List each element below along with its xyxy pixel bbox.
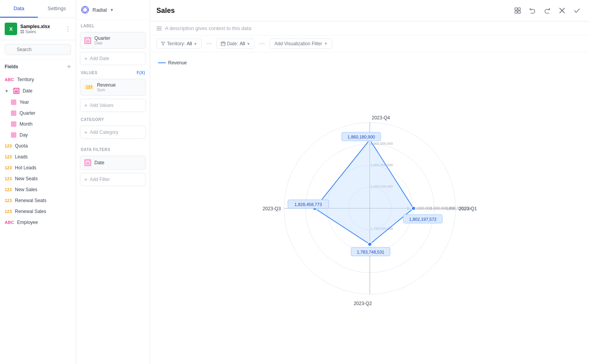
grid-view-button[interactable] [512, 5, 523, 16]
fx-badge[interactable]: F(x) [137, 71, 145, 75]
svg-rect-21 [12, 133, 16, 137]
plus-icon: + [325, 41, 327, 46]
add-category-button[interactable]: + Add Category [80, 126, 146, 139]
label-field-card[interactable]: Quarter Date [80, 32, 146, 49]
chart-title-input[interactable] [156, 7, 509, 15]
field-item-date[interactable]: ▼ Date [0, 85, 76, 97]
territory-filter-dots[interactable]: ⋯ [205, 41, 213, 47]
sub-date-icon [11, 132, 16, 138]
date-filter-dots[interactable]: ⋯ [258, 41, 266, 47]
file-sheet: Sales [20, 29, 62, 34]
confirm-button[interactable] [571, 5, 583, 16]
search-input[interactable] [5, 44, 71, 55]
filter-icon [161, 41, 165, 46]
svg-rect-36 [515, 8, 517, 10]
territory-filter-value: All [187, 41, 192, 46]
description-placeholder[interactable]: A description gives context to this data [165, 25, 251, 31]
radar-chart: 1,750,000,000 1,800,000,000 1,850,000,00… [253, 91, 487, 325]
label-field-icon [84, 37, 91, 44]
close-icon [559, 7, 565, 14]
svg-rect-2 [23, 30, 24, 31]
field-label: Employee [17, 220, 38, 225]
filters-section-header: DATA FILTERS [76, 144, 150, 154]
svg-rect-13 [12, 112, 16, 115]
date-filter-label: Date: [227, 41, 238, 46]
svg-rect-17 [12, 123, 16, 126]
redo-button[interactable] [541, 5, 553, 16]
label-field-name: Quarter [94, 36, 142, 41]
svg-rect-3 [21, 32, 22, 33]
field-item-month[interactable]: Month [0, 119, 76, 130]
chart-type-chevron: ▼ [110, 8, 114, 12]
territory-filter-chip[interactable]: Territory: All ▼ [156, 39, 202, 49]
svg-rect-1 [21, 30, 22, 31]
q2-data-point [368, 242, 372, 246]
q4-axis-label: 2023-Q4 [372, 115, 390, 121]
field-item-new-sales[interactable]: 123 New Sales [0, 184, 76, 195]
radial-chart-icon [81, 5, 89, 14]
file-menu-button[interactable]: ⋮ [65, 25, 71, 33]
sub-date-icon [11, 110, 16, 116]
plus-icon: + [84, 129, 87, 135]
svg-rect-32 [86, 161, 90, 165]
svg-rect-28 [86, 39, 90, 43]
q2-axis-label: 2023-Q2 [353, 301, 372, 306]
middle-panel: Radial ▼ LABEL Quarter Date + Add Date V… [76, 0, 150, 364]
file-icon: X [5, 23, 17, 35]
search-bar: 🔍 [0, 40, 76, 59]
field-item-employee[interactable]: ABC Employee [0, 217, 76, 228]
territory-filter-label: Territory: [167, 41, 185, 46]
q1-value-label: 1,802,197,572 [409, 217, 436, 222]
svg-rect-37 [518, 8, 520, 10]
chart-type-selector[interactable]: Radial ▼ [76, 0, 150, 20]
tab-settings[interactable]: Settings [38, 0, 76, 18]
category-section-header: CATEGORY [76, 114, 150, 124]
field-item-new-seats[interactable]: 123 New Seats [0, 173, 76, 184]
close-button[interactable] [556, 5, 568, 16]
sub-date-icon [11, 99, 16, 105]
expand-icon: ▼ [5, 89, 9, 93]
q3-axis-label: 2023-Q3 [263, 206, 281, 211]
add-visualization-filter-button[interactable]: Add Visualization Filter + [270, 39, 332, 49]
field-item-year[interactable]: Year [0, 97, 76, 108]
field-label: New Seats [15, 176, 37, 181]
grid-icon [514, 7, 521, 14]
svg-rect-9 [12, 101, 16, 104]
filter-field-name: Date [94, 160, 142, 165]
field-label: Day [20, 132, 28, 138]
field-label: Quarter [20, 110, 35, 116]
undo-button[interactable] [527, 5, 538, 16]
field-item-hot-leads[interactable]: 123 Hot Leads [0, 162, 76, 173]
add-filter-button[interactable]: + Add Filter [80, 173, 146, 186]
label-section-header: LABEL [76, 20, 150, 30]
chart-header [150, 0, 589, 21]
date-filter-chip[interactable]: Date: All ▼ [216, 39, 255, 49]
plus-icon: + [84, 176, 87, 183]
tab-data[interactable]: Data [0, 0, 38, 18]
value-field-card[interactable]: 123 Revenue Sum [80, 79, 146, 96]
field-label: New Sales [15, 187, 37, 192]
svg-rect-38 [515, 11, 517, 13]
field-item-quota[interactable]: 123 Quota [0, 140, 76, 151]
add-field-button[interactable]: + [67, 63, 71, 70]
field-label: Hot Leads [15, 165, 36, 170]
field-item-territory[interactable]: ABC Territory [0, 74, 76, 85]
field-item-day[interactable]: Day [0, 130, 76, 140]
menu-icon [156, 26, 162, 31]
values-section-header: VALUES F(x) [76, 67, 150, 77]
field-item-leads[interactable]: 123 Leads [0, 151, 76, 162]
fields-label: Fields [5, 64, 18, 69]
field-item-quarter[interactable]: Quarter [0, 108, 76, 119]
field-item-renewal-seats[interactable]: 123 Renewal Seats [0, 195, 76, 206]
field-label: Renewal Sales [15, 209, 46, 214]
redo-icon [544, 7, 551, 14]
filter-field-card[interactable]: Date [80, 156, 146, 170]
add-values-button[interactable]: + Add Values [80, 99, 146, 112]
main-content: A description gives context to this data… [150, 0, 589, 364]
file-section: X Samples.xlsx Sales ⋮ [0, 18, 76, 40]
add-date-button[interactable]: + Add Date [80, 52, 146, 65]
type-badge-123: 123 [5, 144, 12, 148]
svg-text:1,900,000,000: 1,900,000,000 [371, 142, 393, 146]
field-item-renewal-sales[interactable]: 123 Renewal Sales [0, 206, 76, 217]
value-field-name: Revenue [97, 82, 142, 88]
